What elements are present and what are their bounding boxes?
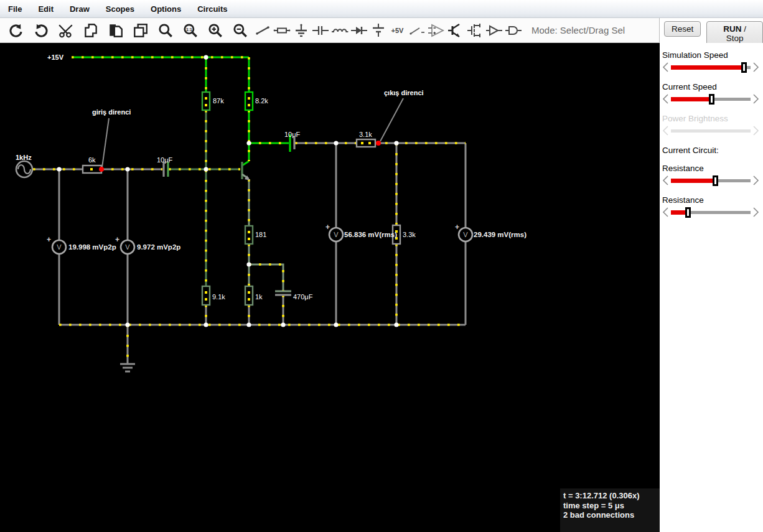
resistor-87k-label: 87k (213, 97, 224, 105)
bad-connection-dots (99, 141, 381, 172)
current-circuit-label: Current Circuit: (662, 146, 761, 155)
and-gate-tool-icon[interactable] (503, 19, 523, 42)
reset-button[interactable]: Reset (664, 21, 701, 37)
menu-bar: File Edit Draw Scopes Options Circuits (0, 0, 763, 18)
svg-text:V: V (463, 231, 468, 238)
capacitor-input-10uF[interactable]: 10μF (157, 156, 173, 177)
chevron-left-icon (662, 125, 669, 136)
zoom-100-icon[interactable]: 1:1 (178, 19, 203, 42)
resistor-8point2k[interactable]: 8.2k (245, 92, 268, 110)
voltmeter-plus: + (115, 235, 119, 244)
resistor-3point1k[interactable]: 3.1k (357, 131, 375, 147)
svg-text:1:1: 1:1 (186, 27, 192, 31)
slider-handle[interactable] (709, 94, 714, 105)
toolbar: 1:1 (0, 18, 660, 43)
redo-icon[interactable] (29, 19, 54, 42)
junction-dots (57, 55, 398, 327)
search-icon[interactable] (153, 19, 178, 42)
chevron-right-icon[interactable] (752, 175, 759, 186)
current-speed-slider: Current Speed (662, 82, 761, 105)
diode-tool-icon[interactable] (349, 19, 368, 42)
ground-tool-icon[interactable] (291, 19, 311, 42)
slider-handle[interactable] (685, 207, 691, 218)
mosfet-tool-icon[interactable] (465, 19, 484, 42)
switch-tool-icon[interactable] (407, 19, 426, 42)
run-stop-button[interactable]: RUN / Stop (706, 21, 763, 46)
chevron-right-icon[interactable] (752, 62, 759, 73)
menu-file[interactable]: File (0, 4, 30, 14)
voltmeter-input-reading: 19.998 mVp2p (68, 243, 116, 251)
slider-label: Resistance (662, 195, 761, 205)
voltmeter-output-reading: 56.836 mV(rms) (344, 231, 397, 238)
copy-icon[interactable] (78, 19, 103, 42)
resistor-tool-icon[interactable] (272, 19, 291, 42)
resistor-1k[interactable]: 1k (245, 286, 263, 305)
capacitor-bypass-470uF[interactable]: 470μF (275, 291, 313, 301)
chevron-right-icon[interactable] (752, 93, 759, 105)
slider-track[interactable] (671, 211, 751, 214)
voltage-source-tool-icon[interactable] (368, 19, 388, 42)
control-sidebar: Simulation Speed Current Speed Power Bri… (660, 43, 763, 532)
duplicate-icon[interactable] (128, 19, 153, 42)
resistor-9point1k[interactable]: 9.1k (202, 286, 225, 305)
circuit-canvas[interactable]: 1kHz +15V 6k 87k 8.2k 3.1k (0, 43, 660, 532)
slider-handle[interactable] (741, 62, 747, 73)
slider-track (671, 129, 751, 133)
capacitor-input-label: 10μF (157, 156, 173, 164)
chevron-left-icon[interactable] (662, 62, 669, 73)
resistor-181[interactable]: 181 (245, 226, 266, 244)
cut-icon[interactable] (54, 19, 78, 42)
menu-options[interactable]: Options (143, 4, 189, 14)
voltmeter-plus: + (325, 223, 330, 231)
status-bad-connections: 2 bad connections (563, 510, 660, 520)
voltmeter-input[interactable]: V + 19.998 mVp2p (47, 235, 116, 254)
menu-edit[interactable]: Edit (30, 4, 62, 14)
wire-tool-icon[interactable] (253, 19, 272, 42)
menu-circuits[interactable]: Circuits (189, 4, 235, 14)
annotation-output-resistance[interactable]: çıkış direnci (380, 89, 424, 141)
svg-text:V: V (125, 243, 130, 251)
inductor-tool-icon[interactable] (330, 19, 349, 42)
source-label: 1kHz (16, 154, 32, 161)
resistor-9point1k-label: 9.1k (212, 293, 225, 301)
ac-source[interactable]: 1kHz (16, 154, 32, 177)
resistor-8point2k-label: 8.2k (255, 97, 268, 105)
buffer-tool-icon[interactable] (484, 19, 503, 42)
slider-label: Simulation Speed (662, 50, 761, 60)
plus5v-tool-icon[interactable]: +5V (388, 19, 407, 42)
slider-handle[interactable] (713, 175, 718, 186)
voltmeter-base[interactable]: V + 9.972 mVp2p (115, 235, 180, 254)
paste-icon[interactable] (103, 19, 128, 42)
chevron-right-icon[interactable] (752, 207, 759, 218)
voltmeter-load-reading: 29.439 mV(rms) (474, 231, 527, 238)
chevron-left-icon[interactable] (662, 93, 669, 105)
chevron-left-icon[interactable] (662, 175, 669, 186)
ground-symbol[interactable] (120, 364, 135, 371)
svg-text:çıkış direnci: çıkış direnci (384, 89, 424, 96)
simulation-status: t = 3:12.712 (0.306x) time step = 5 μs 2… (560, 488, 660, 532)
opamp-tool-icon[interactable] (426, 19, 446, 42)
zoom-out-icon[interactable] (228, 19, 253, 42)
svg-text:V: V (334, 231, 339, 238)
voltmeter-plus: + (455, 223, 459, 231)
svg-text:V: V (57, 243, 62, 251)
supply-label: +15V (47, 54, 64, 61)
resistor-6k[interactable]: 6k (83, 156, 101, 173)
resistor-87k[interactable]: 87k (202, 92, 224, 110)
menu-draw[interactable]: Draw (62, 4, 98, 14)
transistor-tool-icon[interactable] (446, 19, 465, 42)
zoom-in-icon[interactable] (203, 19, 228, 42)
capacitor-output-10uF[interactable]: 10μF (284, 131, 301, 152)
undo-icon[interactable] (4, 19, 29, 42)
chevron-left-icon[interactable] (662, 207, 669, 218)
status-timestep: time step = 5 μs (563, 501, 660, 511)
resistor-6k-label: 6k (88, 156, 96, 164)
slider-track[interactable] (671, 98, 751, 101)
circuitjs-app: File Edit Draw Scopes Options Circuits (0, 0, 763, 532)
capacitor-tool-icon[interactable] (311, 19, 330, 42)
annotation-input-resistance[interactable]: giriş direnci (92, 108, 131, 167)
slider-track[interactable] (671, 179, 751, 182)
base-wires[interactable] (169, 110, 240, 286)
slider-track[interactable] (671, 66, 751, 69)
menu-scopes[interactable]: Scopes (98, 4, 143, 14)
